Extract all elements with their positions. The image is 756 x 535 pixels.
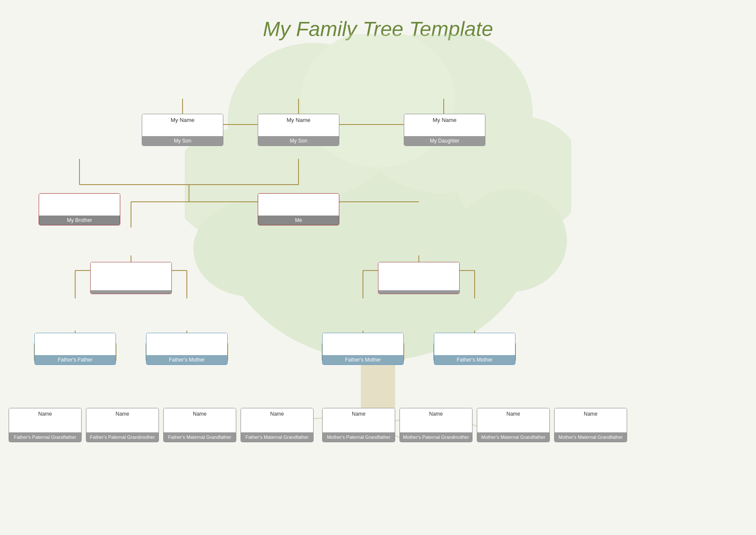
mother-label	[378, 290, 459, 294]
mfm-node: Name Mother's Paternal Grandmother	[399, 408, 472, 442]
brother-label: My Brother	[39, 216, 120, 225]
mmf-node: Name Mother's Maternal Grandfather	[477, 408, 550, 442]
fmm-name: Name	[241, 408, 313, 432]
ffm-name: Name	[86, 408, 159, 432]
me-name	[258, 194, 339, 216]
son1-name: My Name	[142, 114, 223, 136]
ff-node: Father's Father	[34, 333, 116, 365]
brother-node: My Brother	[39, 193, 120, 225]
fff-name: Name	[9, 408, 81, 432]
son2-node: My Name My Son	[258, 114, 339, 146]
brother-name	[39, 194, 120, 216]
mff-name: Name	[323, 408, 395, 432]
mm-node: Father's Mother	[434, 333, 515, 365]
mf-label: Father's Mother	[323, 355, 403, 365]
fmm-label: Father's Maternal Grandfather	[241, 432, 313, 442]
mother-node	[378, 262, 460, 294]
fff-label: Father's Paternal Grandfather	[9, 432, 81, 442]
mff-node: Name Mother's Paternal Grandfather	[322, 408, 395, 442]
mmf-name: Name	[477, 408, 549, 432]
fmf-name: Name	[164, 408, 236, 432]
daughter-name: My Name	[404, 114, 485, 136]
son2-name: My Name	[258, 114, 339, 136]
me-label: Me	[258, 216, 339, 225]
mmf-label: Mother's Maternal Grandfather	[477, 432, 549, 442]
mmm-label: Mother's Maternal Grandfather	[555, 432, 627, 442]
son1-node: My Name My Son	[142, 114, 223, 146]
daughter-node: My Name My Daughter	[404, 114, 485, 146]
son2-label: My Son	[258, 136, 339, 146]
mf-name	[323, 333, 403, 355]
mmm-name: Name	[555, 408, 627, 432]
father-name	[91, 262, 171, 290]
fff-node: Name Father's Paternal Grandfather	[9, 408, 82, 442]
father-label	[91, 290, 171, 294]
fmf-label: Father's Maternal Grandfather	[164, 432, 236, 442]
ff-name	[35, 333, 116, 355]
mfm-name: Name	[400, 408, 472, 432]
fm-name	[146, 333, 227, 355]
mmm-node: Name Mother's Maternal Grandfather	[554, 408, 627, 442]
mff-label: Mother's Paternal Grandfather	[323, 432, 395, 442]
fm-node: Father's Mother	[146, 333, 228, 365]
mfm-label: Mother's Paternal Grandmother	[400, 432, 472, 442]
mm-name	[434, 333, 515, 355]
son1-label: My Son	[142, 136, 223, 146]
mother-name	[378, 262, 459, 290]
fm-label: Father's Mother	[146, 355, 227, 365]
father-node	[90, 262, 172, 294]
mf-node: Father's Mother	[322, 333, 404, 365]
ff-label: Father's Father	[35, 355, 116, 365]
fmf-node: Name Father's Maternal Grandfather	[163, 408, 236, 442]
mm-label: Father's Mother	[434, 355, 515, 365]
me-node: Me	[258, 193, 339, 225]
ffm-label: Father's Paternal Grandmother	[86, 432, 159, 442]
daughter-label: My Daughter	[404, 136, 485, 146]
fmm-node: Name Father's Maternal Grandfather	[241, 408, 314, 442]
ffm-node: Name Father's Paternal Grandmother	[86, 408, 159, 442]
